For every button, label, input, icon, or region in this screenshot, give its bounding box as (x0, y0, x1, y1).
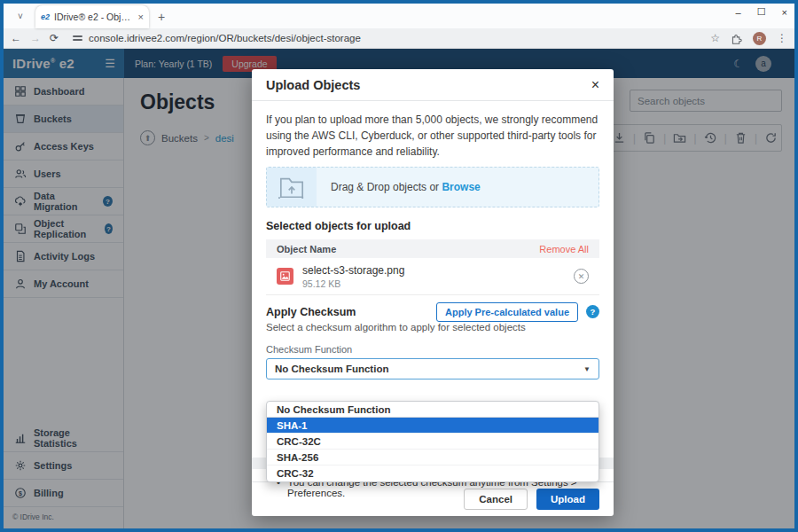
file-size: 95.12 KB (302, 278, 404, 289)
browser-menu-icon[interactable]: ⋮ (777, 32, 787, 44)
new-tab-button[interactable]: + (158, 10, 165, 24)
url-text[interactable]: console.idrivee2.com/region/OR/buckets/d… (89, 33, 361, 43)
browse-link[interactable]: Browse (442, 181, 480, 193)
browser-toolbar: ← → ⟳ console.idrivee2.com/region/OR/buc… (4, 28, 794, 49)
dropdown-option-crc32[interactable]: CRC-32 (267, 466, 598, 481)
back-icon[interactable]: ← (11, 32, 21, 44)
object-name-column: Object Name (277, 244, 336, 254)
modal-close-icon[interactable]: × (591, 78, 599, 92)
upload-objects-modal: Upload Objects × If you plan to upload m… (252, 69, 614, 516)
forward-icon: → (30, 32, 41, 44)
dropdown-option-sha256[interactable]: SHA-256 (267, 450, 598, 466)
tab-strip: ˅ e2 IDrive® e2 - Object storage × + – ☐… (4, 4, 794, 28)
checksum-dropdown-list: No Checksum Function SHA-1 CRC-32C SHA-2… (266, 401, 599, 482)
close-window-button[interactable]: × (782, 7, 787, 18)
idrive-favicon-icon: e2 (41, 12, 50, 21)
selected-objects-heading: Selected objects for upload (266, 220, 599, 232)
chevron-down-icon: ▼ (583, 365, 591, 373)
checksum-help-icon[interactable]: ? (586, 305, 599, 318)
reload-icon[interactable]: ⟳ (50, 32, 59, 44)
upload-info-text: If you plan to upload more than 5,000 ob… (266, 112, 599, 160)
app-area: IDrive® e2 ☰ Plan: Yearly (1 TB) Upgrade… (4, 49, 794, 528)
checksum-function-label: Checksum Function (266, 344, 599, 355)
extensions-icon[interactable] (731, 33, 742, 44)
site-settings-icon[interactable] (73, 34, 82, 42)
file-name: select-s3-storage.png (302, 264, 404, 277)
checksum-subtitle: Select a checksum algorithm to apply for… (266, 322, 599, 332)
image-file-icon (277, 268, 293, 285)
dropdown-option-crc32c[interactable]: CRC-32C (267, 434, 598, 450)
remove-all-link[interactable]: Remove All (539, 244, 589, 254)
upload-button[interactable]: Upload (536, 489, 599, 510)
dropdown-option-no-checksum[interactable]: No Checksum Function (267, 402, 598, 418)
tab-title: IDrive® e2 - Object storage (54, 12, 134, 22)
dropzone-text: Drag & Drop objects or (331, 181, 439, 193)
browser-profile-avatar[interactable]: R (753, 32, 766, 45)
browser-window: ˅ e2 IDrive® e2 - Object storage × + – ☐… (0, 0, 798, 532)
cancel-button[interactable]: Cancel (464, 489, 528, 510)
remove-file-icon[interactable]: ✕ (574, 269, 589, 284)
upload-folder-icon (277, 174, 307, 200)
bookmark-star-icon[interactable]: ☆ (710, 32, 720, 44)
maximize-button[interactable]: ☐ (757, 6, 766, 18)
dropzone[interactable]: Drag & Drop objects or Browse (266, 167, 599, 207)
tab-close-icon[interactable]: × (138, 12, 144, 22)
apply-precalculated-button[interactable]: Apply Pre-calculated value (436, 302, 578, 322)
address-bar[interactable]: console.idrivee2.com/region/OR/buckets/d… (67, 33, 701, 43)
dropdown-option-sha1[interactable]: SHA-1 (267, 418, 598, 434)
minimize-button[interactable]: – (736, 7, 741, 18)
checksum-select[interactable]: No Checksum Function ▼ (266, 358, 599, 379)
file-row: select-s3-storage.png 95.12 KB ✕ (266, 258, 599, 295)
object-table-header: Object Name Remove All (266, 239, 599, 258)
modal-title: Upload Objects (266, 78, 360, 92)
browser-tab[interactable]: e2 IDrive® e2 - Object storage × (35, 5, 149, 28)
tab-search-chevron-icon[interactable]: ˅ (9, 6, 32, 26)
checksum-select-value: No Checksum Function (275, 364, 388, 374)
